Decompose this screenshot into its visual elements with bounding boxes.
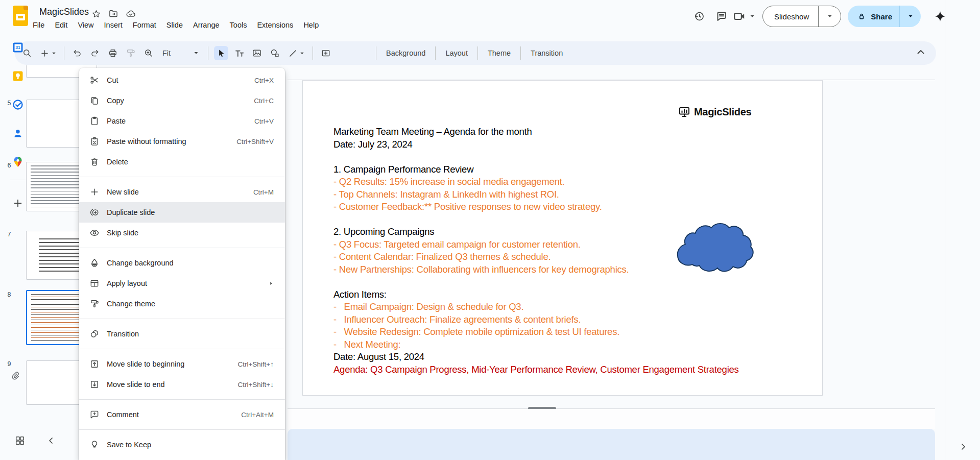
grid-view-icon[interactable]	[14, 435, 26, 446]
version-history-icon[interactable]	[688, 5, 710, 28]
plus-icon	[89, 186, 100, 198]
comments-icon[interactable]	[710, 5, 733, 28]
menu-file[interactable]: File	[28, 18, 50, 32]
slideshow-dropdown[interactable]	[818, 6, 841, 27]
share-dropdown[interactable]	[899, 6, 921, 27]
menu-view[interactable]: View	[73, 18, 99, 32]
slide-number: 8	[4, 291, 14, 298]
insert-image-tool[interactable]	[250, 46, 264, 60]
google-contacts-icon[interactable]	[11, 127, 25, 140]
insert-shape-tool[interactable]	[268, 46, 282, 60]
toolbar-divider	[435, 46, 436, 60]
document-title[interactable]: MagicSlides	[39, 7, 89, 17]
menu-slide[interactable]: Slide	[161, 18, 188, 32]
menu-item-move-slide-to-beginning[interactable]: Move slide to beginning Ctrl+Shift+↑	[79, 354, 285, 374]
droplet-icon	[89, 257, 100, 269]
menu-bar: File Edit View Insert Format Slide Arran…	[28, 18, 324, 32]
menu-item-move-slide-to-end[interactable]: Move slide to end Ctrl+Shift+↓	[79, 374, 285, 395]
paint-format-icon[interactable]	[124, 46, 138, 60]
menu-item-paste[interactable]: Paste Ctrl+V	[79, 111, 285, 131]
slide-text-line: Date: August 15, 2024	[333, 351, 739, 364]
cloud-shape[interactable]	[673, 220, 754, 277]
zoom-value: Fit	[162, 49, 189, 57]
join-call-button[interactable]	[733, 10, 755, 23]
background-button[interactable]: Background	[378, 45, 433, 61]
slide-attachment-icon	[10, 371, 20, 381]
chevron-down-icon	[827, 13, 833, 19]
menu-item-change-theme[interactable]: Change theme	[79, 294, 285, 314]
toolbar-divider	[376, 46, 376, 60]
slide-text-line: - Influencer Outreach: Finalize agreemen…	[333, 313, 739, 326]
menu-insert[interactable]: Insert	[99, 18, 128, 32]
new-slide-button[interactable]	[38, 46, 58, 60]
speaker-notes-gap	[288, 409, 935, 429]
menu-item-cut[interactable]: Cut Ctrl+X	[79, 70, 285, 90]
keep-bulb-icon	[89, 439, 100, 450]
menu-help[interactable]: Help	[298, 18, 324, 32]
text-box-tool[interactable]	[232, 46, 246, 60]
menu-edit[interactable]: Edit	[50, 18, 73, 32]
slideshow-button[interactable]: Slideshow	[763, 6, 818, 27]
google-tasks-icon[interactable]	[11, 98, 25, 111]
chevron-down-icon	[749, 13, 755, 19]
slide-text-line: - Top Channels: Instagram & LinkedIn wit…	[333, 188, 739, 201]
chevron-down-icon	[299, 51, 305, 56]
menu-separator	[79, 399, 285, 400]
presentation-board-icon	[678, 106, 690, 118]
menu-format[interactable]: Format	[128, 18, 161, 32]
google-calendar-icon[interactable]: 31	[11, 41, 25, 54]
menu-item-skip-slide[interactable]: Skip slide	[79, 223, 285, 243]
slide-brand-text: MagicSlides	[694, 106, 751, 118]
comment-add-icon	[89, 409, 100, 420]
collapse-toolbar-icon[interactable]	[915, 46, 927, 58]
transition-button[interactable]: Transition	[523, 45, 570, 61]
print-icon[interactable]	[106, 46, 120, 60]
menu-item-comment[interactable]: Comment Ctrl+Alt+M	[79, 404, 285, 425]
chevron-down-icon	[193, 50, 199, 56]
thumbnail-text-placeholder	[39, 238, 84, 272]
redo-icon[interactable]	[88, 46, 102, 60]
zoom-select[interactable]: Fit	[159, 49, 202, 57]
slides-logo[interactable]	[13, 6, 28, 26]
menu-item-apply-layout[interactable]: Apply layout	[79, 273, 285, 294]
slide-text-line: Marketing Team Meeting – Agenda for the …	[333, 126, 739, 138]
menu-arrange[interactable]: Arrange	[188, 18, 225, 32]
speaker-notes-panel[interactable]	[288, 429, 935, 460]
slide-text-line: Agenda: Q3 Campaign Progress, Mid-Year P…	[333, 364, 739, 376]
menu-item-transition[interactable]: Transition	[79, 324, 285, 344]
layout-button[interactable]: Layout	[438, 45, 475, 61]
theme-button[interactable]: Theme	[480, 45, 518, 61]
menu-tools[interactable]: Tools	[225, 18, 252, 32]
menu-item-copy[interactable]: Copy Ctrl+C	[79, 90, 285, 111]
collapse-filmstrip-icon[interactable]	[46, 435, 56, 446]
toolbar-divider	[520, 46, 521, 60]
menu-item-delete[interactable]: Delete	[79, 152, 285, 172]
menu-item-new-slide[interactable]: New slide Ctrl+M	[79, 182, 285, 202]
menu-item-duplicate-slide[interactable]: Duplicate slide	[79, 202, 285, 223]
menu-extensions[interactable]: Extensions	[252, 18, 298, 32]
get-add-ons-icon[interactable]	[11, 197, 25, 210]
star-icon[interactable]	[91, 9, 101, 19]
slide-text-line: Action Items:	[333, 288, 739, 301]
hide-side-panel-icon[interactable]	[957, 440, 970, 453]
share-button[interactable]: Share	[848, 6, 899, 27]
cloud-saved-icon[interactable]	[126, 9, 136, 19]
google-keep-icon[interactable]	[11, 69, 25, 83]
menu-separator	[79, 349, 285, 349]
menu-separator	[79, 177, 285, 177]
insert-line-tool[interactable]	[285, 46, 307, 60]
move-to-folder-icon[interactable]	[108, 9, 118, 19]
select-tool[interactable]	[214, 46, 228, 60]
slide-context-menu: Cut Ctrl+X Copy Ctrl+C Paste Ctrl+V Past…	[79, 68, 285, 460]
insert-placeholder-tool[interactable]	[319, 46, 333, 60]
zoom-icon[interactable]	[141, 46, 156, 60]
google-maps-icon[interactable]	[11, 155, 25, 168]
svg-text:31: 31	[15, 45, 20, 50]
undo-icon[interactable]	[70, 46, 84, 60]
menu-item-save-to-keep[interactable]: Save to Keep	[79, 434, 285, 455]
move-to-bottom-icon	[89, 379, 100, 390]
menu-item-change-background[interactable]: Change background	[79, 253, 285, 273]
slide-text-line: - Next Meeting:	[333, 338, 739, 351]
menu-item-paste-without-formatting[interactable]: Paste without formatting Ctrl+Shift+V	[79, 131, 285, 152]
paint-roller-icon	[89, 298, 100, 309]
